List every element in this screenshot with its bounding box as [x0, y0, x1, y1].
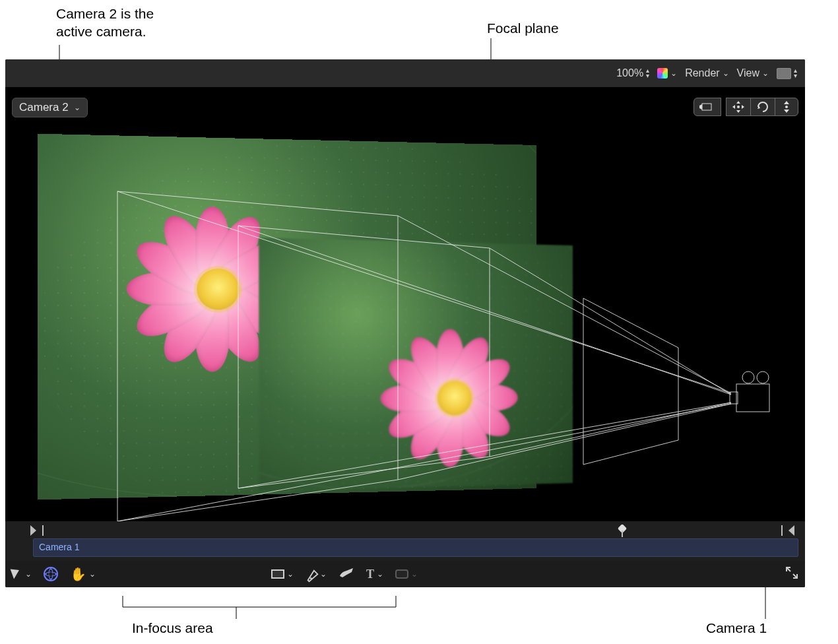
svg-marker-23	[784, 101, 789, 104]
text-T-icon: T	[366, 567, 374, 581]
svg-marker-19	[732, 105, 735, 109]
chevron-down-icon: ⌄	[287, 569, 294, 579]
callout-focal-plane: Focal plane	[487, 20, 559, 38]
timeline-row-camera1[interactable]: Camera 1	[33, 538, 798, 557]
chevron-down-icon: ⌄	[670, 69, 677, 78]
callout-active-camera: Camera 2 is the active camera.	[56, 5, 154, 41]
out-point-marker-icon[interactable]	[789, 525, 794, 536]
svg-rect-3	[730, 392, 738, 404]
select-tool[interactable]: ⌄	[12, 567, 32, 581]
viewport-layout[interactable]: ▴▾	[777, 68, 797, 79]
zoom-level[interactable]: 100% ▴▾	[616, 67, 649, 79]
render-label: Render	[685, 67, 719, 79]
updown-icon: ▴▾	[646, 68, 649, 79]
chevron-down-icon: ⌄	[320, 569, 327, 579]
render-menu[interactable]: Render ⌄	[685, 67, 728, 79]
top-toolbar: 100% ▴▾ ⌄ Render ⌄ View ⌄ ▴▾	[5, 59, 805, 87]
active-camera-label: Camera 2	[19, 101, 69, 114]
active-camera-selector[interactable]: Camera 2 ⌄	[12, 98, 88, 117]
svg-marker-16	[699, 104, 702, 110]
3d-rotate-icon	[44, 567, 58, 581]
text-tool[interactable]: T ⌄	[366, 567, 383, 581]
chevron-down-icon: ⌄	[762, 69, 769, 78]
chevron-down-icon: ⌄	[74, 103, 81, 112]
keyframe-marker-icon[interactable]	[619, 525, 626, 537]
chevron-down-icon: ⌄	[411, 569, 418, 579]
color-swatch-icon	[657, 68, 668, 79]
orbit-3d-button[interactable]	[750, 98, 775, 116]
zoom-label: 100%	[616, 67, 643, 79]
updown-icon: ▴▾	[794, 68, 797, 79]
svg-marker-24	[784, 110, 789, 113]
pan-tool[interactable]: ✋ ⌄	[70, 566, 96, 582]
svg-point-21	[737, 106, 740, 108]
rounded-rect-icon	[395, 569, 408, 579]
callout-bracket-infocus	[123, 596, 396, 607]
rectangle-icon	[271, 569, 284, 579]
3d-transform-tool[interactable]	[44, 567, 58, 581]
app-frame: 100% ▴▾ ⌄ Render ⌄ View ⌄ ▴▾	[5, 59, 805, 587]
timeline-ruler[interactable]	[5, 521, 805, 537]
view-label: View	[737, 67, 759, 79]
in-point-marker-icon[interactable]	[30, 525, 36, 536]
chevron-down-icon: ⌄	[25, 569, 32, 579]
svg-point-26	[310, 577, 312, 579]
chevron-down-icon: ⌄	[377, 569, 383, 579]
callout-in-focus-area: In-focus area	[132, 620, 213, 637]
brush-icon	[338, 567, 354, 582]
pan-3d-button[interactable]	[726, 98, 751, 116]
svg-marker-20	[742, 105, 744, 109]
svg-point-5	[757, 371, 769, 383]
fullscreen-button[interactable]	[785, 566, 798, 583]
nav3d-controls	[693, 98, 798, 116]
pen-nib-icon	[306, 568, 317, 580]
expand-arrows-icon	[785, 566, 798, 583]
color-picker[interactable]: ⌄	[657, 68, 677, 79]
arrow-cursor-icon	[12, 567, 22, 581]
shape-tool[interactable]: ⌄	[271, 569, 294, 579]
canvas-viewport[interactable]	[5, 87, 805, 521]
svg-rect-15	[702, 104, 711, 110]
bottom-toolbar: ⌄ ✋ ⌄ ⌄ ⌄ T ⌄ ⌄	[5, 561, 805, 587]
pen-tool[interactable]: ⌄	[306, 568, 327, 580]
mini-timeline: Camera 1	[5, 521, 805, 561]
svg-rect-2	[736, 384, 769, 412]
svg-point-25	[785, 106, 788, 108]
callout-camera1: Camera 1	[706, 620, 767, 637]
chevron-down-icon: ⌄	[723, 69, 729, 78]
hand-icon: ✋	[70, 566, 86, 582]
canvas-overlay-row: Camera 2 ⌄	[5, 92, 805, 117]
svg-marker-18	[736, 110, 740, 113]
timeline-row-label: Camera 1	[39, 542, 79, 552]
mask-tool[interactable]: ⌄	[395, 569, 418, 579]
view-menu[interactable]: View ⌄	[737, 67, 769, 79]
viewport-chip-icon	[777, 68, 791, 79]
dolly-3d-button[interactable]	[775, 98, 798, 116]
image-layer-front	[259, 238, 573, 491]
flower-2	[379, 323, 528, 474]
brush-tool[interactable]	[338, 567, 354, 582]
camera-frame-button[interactable]	[693, 98, 721, 116]
svg-marker-14	[583, 298, 678, 465]
chevron-down-icon: ⌄	[89, 569, 96, 579]
svg-marker-17	[736, 101, 740, 104]
svg-point-4	[742, 371, 754, 383]
